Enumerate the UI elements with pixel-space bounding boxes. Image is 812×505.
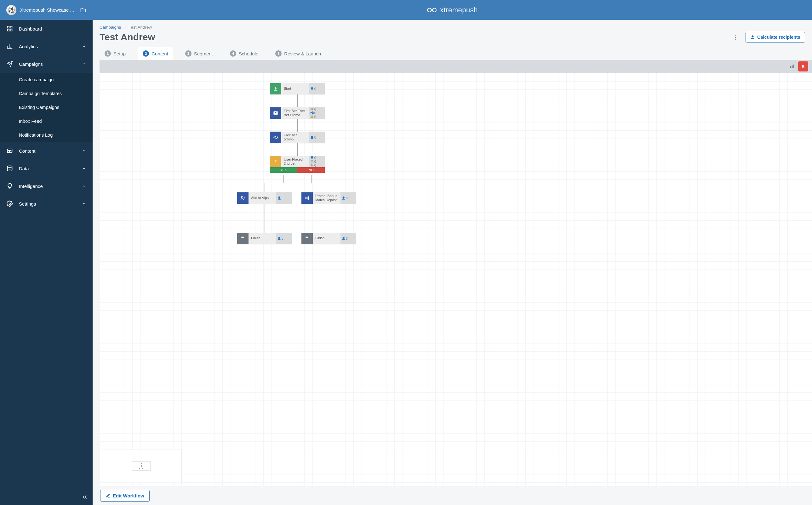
tab-label: Segment xyxy=(194,51,213,56)
sidebar-item-label: Content xyxy=(19,148,36,154)
project-name[interactable]: Xtremepush Showcase ... xyxy=(20,7,76,13)
stats-icon[interactable] xyxy=(789,63,795,69)
sidebar-item-label: Intelligence xyxy=(19,184,43,189)
question-icon xyxy=(270,156,281,167)
breadcrumb: Campaigns › Test Andrew xyxy=(100,25,805,30)
node-promo-bonus[interactable]: Promo: Bonus Match Deposit 👤0 xyxy=(301,192,356,204)
tabs: 1 Setup 2 Content 3 Segment 4 Schedule 5… xyxy=(93,43,812,60)
sidebar: Xtremepush Showcase ... Dashboard Analyt… xyxy=(0,0,93,505)
node-label: Start xyxy=(281,83,309,95)
canvas-toolbar: 5 xyxy=(100,60,812,73)
edit-workflow-button[interactable]: Edit Workflow xyxy=(100,490,150,502)
node-label: Finish xyxy=(249,233,276,244)
node-push[interactable]: Free bet promo 👤0 xyxy=(270,132,325,143)
user-icon: 👤 xyxy=(277,196,281,200)
branch-yes[interactable]: YES xyxy=(270,167,297,173)
minimap-preview xyxy=(132,461,151,471)
chevron-down-icon xyxy=(82,149,86,153)
user-icon: 👤 xyxy=(310,156,313,159)
node-meta: 👤0 xyxy=(309,83,325,95)
database-icon xyxy=(6,165,13,172)
sidebar-item-campaigns[interactable]: Campaigns xyxy=(0,55,93,73)
topbar: xtremepush xyxy=(93,0,812,20)
chevron-down-icon xyxy=(82,184,86,188)
collapse-sidebar-button[interactable] xyxy=(81,494,88,501)
svg-rect-0 xyxy=(8,26,9,28)
node-label: Add to Vips xyxy=(249,192,276,204)
logo-mark-icon xyxy=(427,5,437,15)
node-meta: 👤0 ☑0 ⊘0 xyxy=(309,156,325,167)
sidebar-item-intelligence[interactable]: Intelligence xyxy=(0,177,93,195)
bulb-icon xyxy=(6,183,13,189)
gear-icon xyxy=(6,200,13,207)
node-add-vips[interactable]: Add to Vips 👤0 xyxy=(237,192,292,204)
user-icon: 👤 xyxy=(277,237,281,240)
step-badge: 2 xyxy=(143,50,149,57)
sidebar-item-campaign-templates[interactable]: Campaign Templates xyxy=(0,87,93,101)
tab-review[interactable]: 5 Review & Launch xyxy=(270,47,326,60)
sidebar-item-label: Campaigns xyxy=(19,61,43,67)
node-start[interactable]: Start 👤0 xyxy=(270,83,325,95)
folder-icon[interactable] xyxy=(80,7,86,13)
sidebar-item-create-campaign[interactable]: Create campaign xyxy=(0,73,93,87)
image-icon xyxy=(6,148,13,154)
x-icon: ⊘ xyxy=(310,164,313,167)
sidebar-item-existing-campaigns[interactable]: Existing Campaigns xyxy=(0,101,93,114)
node-finish-1[interactable]: Finish 👤0 xyxy=(237,233,292,244)
tab-label: Review & Launch xyxy=(284,51,321,56)
svg-rect-11 xyxy=(792,65,793,68)
svg-rect-1 xyxy=(10,26,12,28)
brand-logo[interactable]: xtremepush xyxy=(427,5,478,15)
user-icon xyxy=(750,35,755,40)
tab-content[interactable]: 2 Content xyxy=(138,47,173,60)
megaphone-plus-icon xyxy=(301,192,313,204)
tab-schedule[interactable]: 4 Schedule xyxy=(225,47,264,60)
sidebar-item-dashboard[interactable]: Dashboard xyxy=(0,20,93,37)
sidebar-item-data[interactable]: Data xyxy=(0,160,93,177)
calculate-recipients-button[interactable]: Calculate recipients xyxy=(746,32,805,42)
tab-label: Schedule xyxy=(239,51,259,56)
sidebar-item-settings[interactable]: Settings xyxy=(0,195,93,212)
tab-segment[interactable]: 3 Segment xyxy=(180,47,218,60)
tab-setup[interactable]: 1 Setup xyxy=(100,47,131,60)
minimap[interactable] xyxy=(101,450,181,482)
download-icon xyxy=(270,83,281,95)
node-meta: 👤0 xyxy=(276,192,292,204)
workflow-canvas[interactable]: Start 👤0 First Bet Free Bet Promo ✉0 📬0 … xyxy=(100,73,812,505)
button-label: Calculate recipients xyxy=(757,35,800,40)
sidebar-item-notifications-log[interactable]: Notifications Log xyxy=(0,128,93,142)
node-condition[interactable]: User Placed 2nd bet 👤0 ☑0 ⊘0 YES NO xyxy=(270,156,325,173)
node-finish-2[interactable]: Finish 👤0 xyxy=(301,233,356,244)
nav: Dashboard Analytics Campaigns xyxy=(0,20,93,489)
mail-open-icon: 📬 xyxy=(310,112,313,115)
workflow-canvas-wrap: 5 S xyxy=(100,60,812,505)
error-count-badge[interactable]: 5 xyxy=(798,61,808,71)
sidebar-item-inbox-feed[interactable]: Inbox Feed xyxy=(0,114,93,128)
sidebar-item-content[interactable]: Content xyxy=(0,142,93,160)
chevron-down-icon xyxy=(82,201,86,206)
node-email[interactable]: First Bet Free Bet Promo ✉0 📬0 🔒0 xyxy=(270,107,325,119)
sidebar-item-label: Analytics xyxy=(19,44,38,49)
chevron-right-icon: › xyxy=(124,25,126,30)
node-meta: 👤0 xyxy=(276,233,292,244)
node-meta: ✉0 📬0 🔒0 xyxy=(309,107,325,119)
tab-label: Setup xyxy=(113,51,126,56)
breadcrumb-root[interactable]: Campaigns xyxy=(100,25,121,30)
project-avatar[interactable] xyxy=(6,5,16,15)
user-icon: 👤 xyxy=(310,87,313,91)
node-label: First Bet Free Bet Promo xyxy=(281,107,309,119)
bottom-bar: Edit Workflow xyxy=(100,486,812,505)
more-menu-button[interactable]: ⋮ xyxy=(729,31,742,43)
node-meta: 👤0 xyxy=(341,192,356,204)
sidebar-item-analytics[interactable]: Analytics xyxy=(0,37,93,55)
branch-no[interactable]: NO xyxy=(297,167,325,173)
sidebar-item-label: Data xyxy=(19,166,29,171)
step-badge: 5 xyxy=(275,50,282,57)
page-head: Campaigns › Test Andrew Test Andrew ⋮ Ca… xyxy=(93,20,812,43)
sidebar-item-label: Settings xyxy=(19,201,36,206)
user-plus-icon xyxy=(237,192,249,204)
megaphone-icon xyxy=(270,132,281,143)
svg-rect-3 xyxy=(8,29,9,31)
page-title: Test Andrew xyxy=(100,32,729,42)
node-meta: 👤0 xyxy=(309,132,325,143)
